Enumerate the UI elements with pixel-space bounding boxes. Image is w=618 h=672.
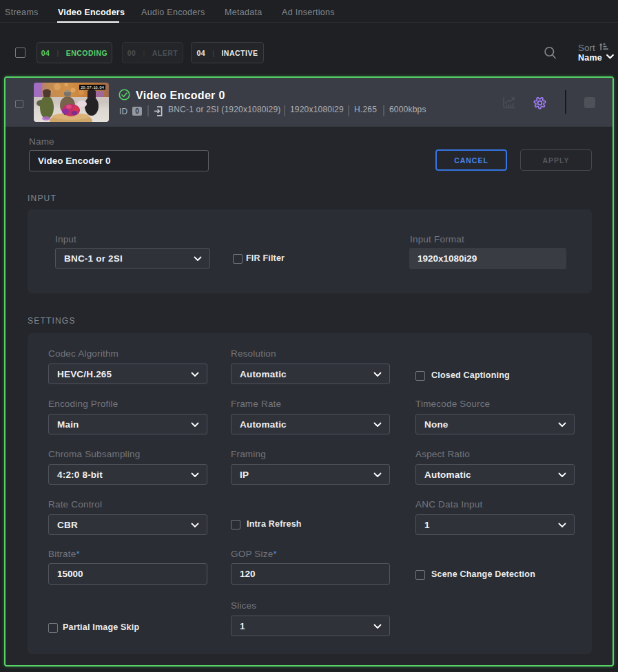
svg-text:20:57:16.04: 20:57:16.04 (81, 85, 104, 90)
